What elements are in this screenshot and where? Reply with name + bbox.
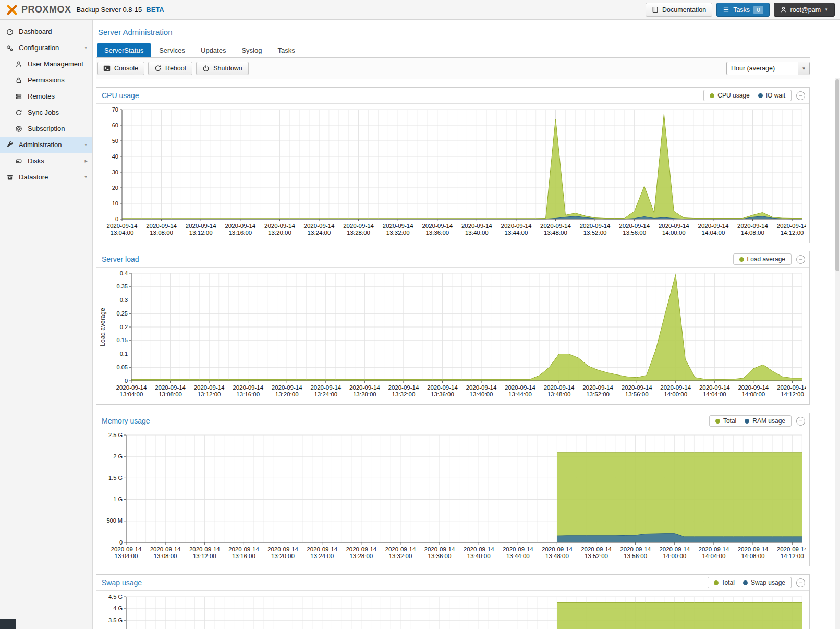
link-preview (0, 619, 16, 629)
legend-item-io-wait[interactable]: IO wait (758, 92, 785, 99)
svg-text:2020-09-14: 2020-09-14 (501, 223, 531, 229)
server-load-chart: 00.050.10.150.20.250.30.350.42020-09-141… (96, 268, 809, 404)
panel-title: Swap usage (102, 578, 142, 587)
svg-text:2020-09-14: 2020-09-14 (304, 223, 335, 229)
legend-item-ram-usage[interactable]: RAM usage (745, 417, 785, 425)
sidebar-item-user-management[interactable]: User Management (0, 56, 92, 72)
tasks-label: Tasks (733, 6, 750, 14)
cpu-usage-panel: CPU usage CPU usage IO wait − 0102030405… (96, 87, 810, 243)
tab-serverstatus[interactable]: ServerStatus (97, 43, 151, 57)
svg-text:2020-09-14: 2020-09-14 (116, 384, 147, 391)
power-icon (202, 65, 210, 72)
svg-text:14:12:00: 14:12:00 (781, 553, 804, 559)
legend-dot (715, 419, 720, 424)
collapse-icon[interactable]: − (796, 91, 805, 100)
sidebar-item-datastore[interactable]: Datastore ▼ (0, 169, 92, 185)
chart-legend: Load average (733, 253, 792, 265)
sidebar-item-permissions[interactable]: Permissions (0, 72, 92, 88)
combo-trigger[interactable]: ▼ (798, 62, 809, 75)
svg-text:2020-09-14: 2020-09-14 (155, 384, 186, 391)
console-label: Console (114, 65, 138, 72)
scrollbar-thumb[interactable] (835, 79, 839, 271)
swap-usage-chart: 0500 M1 G1.5 G2 G2.5 G3 G3.5 G4 G4.5 G20… (96, 591, 809, 629)
svg-text:13:44:00: 13:44:00 (506, 553, 530, 559)
svg-text:2020-09-14: 2020-09-14 (542, 546, 573, 552)
sidebar-item-dashboard[interactable]: Dashboard (0, 23, 92, 40)
collapse-icon[interactable]: − (796, 255, 805, 264)
legend-label: Swap usage (751, 579, 785, 586)
collapse-icon[interactable]: − (796, 578, 805, 587)
svg-text:2020-09-14: 2020-09-14 (107, 223, 138, 229)
panel-title: CPU usage (102, 91, 139, 100)
svg-text:14:00:00: 14:00:00 (662, 229, 686, 236)
tab-services[interactable]: Services (152, 43, 192, 57)
svg-text:13:40:00: 13:40:00 (470, 391, 493, 397)
svg-text:13:20:00: 13:20:00 (271, 553, 295, 559)
svg-text:2020-09-14: 2020-09-14 (660, 384, 691, 391)
svg-text:2020-09-14: 2020-09-14 (346, 546, 376, 552)
beta-link[interactable]: BETA (146, 6, 164, 14)
documentation-button[interactable]: Documentation (646, 3, 712, 17)
legend-dot (743, 580, 748, 585)
sidebar-item-label: Disks (28, 157, 44, 165)
sidebar-item-remotes[interactable]: Remotes (0, 88, 92, 104)
server-icon (15, 93, 23, 100)
reboot-button[interactable]: Reboot (148, 62, 192, 75)
terminal-icon (103, 65, 111, 72)
chart-legend: CPU usage IO wait (703, 90, 792, 101)
sidebar-item-label: Subscription (28, 125, 65, 132)
svg-text:2020-09-14: 2020-09-14 (580, 223, 611, 229)
svg-text:13:40:00: 13:40:00 (465, 229, 489, 236)
tab-tasks[interactable]: Tasks (270, 43, 302, 57)
interval-combobox[interactable]: Hour (average) ▼ (726, 62, 810, 75)
tabstrip: ServerStatus Services Updates Syslog Tas… (96, 43, 810, 58)
svg-text:2020-09-14: 2020-09-14 (233, 384, 263, 391)
legend-item-total[interactable]: Total (715, 417, 736, 425)
legend-item-total[interactable]: Total (714, 579, 735, 586)
svg-text:0.2: 0.2 (120, 324, 128, 330)
svg-text:0.1: 0.1 (120, 350, 128, 357)
svg-text:2020-09-14: 2020-09-14 (267, 546, 298, 552)
svg-text:2020-09-14: 2020-09-14 (619, 223, 650, 229)
svg-text:13:56:00: 13:56:00 (623, 229, 646, 236)
user-menu-button[interactable]: root@pam ▼ (774, 3, 835, 17)
legend-item-load-average[interactable]: Load average (739, 256, 785, 263)
svg-text:13:04:00: 13:04:00 (115, 553, 138, 559)
main-content: Server Administration ServerStatus Servi… (93, 20, 840, 629)
svg-text:14:00:00: 14:00:00 (664, 391, 687, 397)
tab-syslog[interactable]: Syslog (234, 43, 269, 57)
svg-text:70: 70 (112, 106, 118, 113)
chevron-down-icon: ▼ (84, 175, 88, 179)
svg-text:2020-09-14: 2020-09-14 (310, 384, 341, 391)
svg-text:13:16:00: 13:16:00 (232, 553, 255, 559)
lock-icon (15, 77, 23, 84)
legend-item-swap-usage[interactable]: Swap usage (743, 579, 785, 586)
sidebar-item-sync-jobs[interactable]: Sync Jobs (0, 104, 92, 120)
console-button[interactable]: Console (97, 62, 144, 75)
tab-updates[interactable]: Updates (193, 43, 233, 57)
svg-text:14:12:00: 14:12:00 (781, 391, 804, 397)
svg-text:13:28:00: 13:28:00 (347, 229, 370, 236)
sidebar-item-configuration[interactable]: Configuration ▼ (0, 40, 92, 56)
svg-text:14:00:00: 14:00:00 (663, 553, 686, 559)
svg-text:2020-09-14: 2020-09-14 (388, 384, 419, 391)
svg-text:0.05: 0.05 (117, 364, 128, 370)
svg-text:2 G: 2 G (113, 453, 123, 459)
refresh-icon (15, 109, 23, 116)
svg-text:0: 0 (125, 378, 128, 384)
svg-text:2020-09-14: 2020-09-14 (385, 546, 416, 552)
vertical-scrollbar[interactable] (835, 78, 840, 629)
legend-item-cpu-usage[interactable]: CPU usage (710, 92, 749, 99)
sidebar-item-administration[interactable]: Administration ▼ (0, 137, 92, 153)
collapse-icon[interactable]: − (796, 417, 805, 426)
sidebar-item-subscription[interactable]: Subscription (0, 120, 92, 137)
svg-text:1.5 G: 1.5 G (108, 475, 123, 481)
shutdown-button[interactable]: Shutdown (196, 62, 249, 75)
tasks-button[interactable]: Tasks 0 (716, 3, 769, 17)
svg-text:13:36:00: 13:36:00 (428, 553, 452, 559)
svg-text:2020-09-14: 2020-09-14 (505, 384, 535, 391)
svg-text:13:32:00: 13:32:00 (389, 553, 412, 559)
sidebar-item-disks[interactable]: Disks ▶ (0, 153, 92, 169)
app-header: PROXMOX Backup Server 0.8-15 BETA Docume… (0, 0, 840, 20)
svg-text:13:04:00: 13:04:00 (111, 229, 134, 236)
